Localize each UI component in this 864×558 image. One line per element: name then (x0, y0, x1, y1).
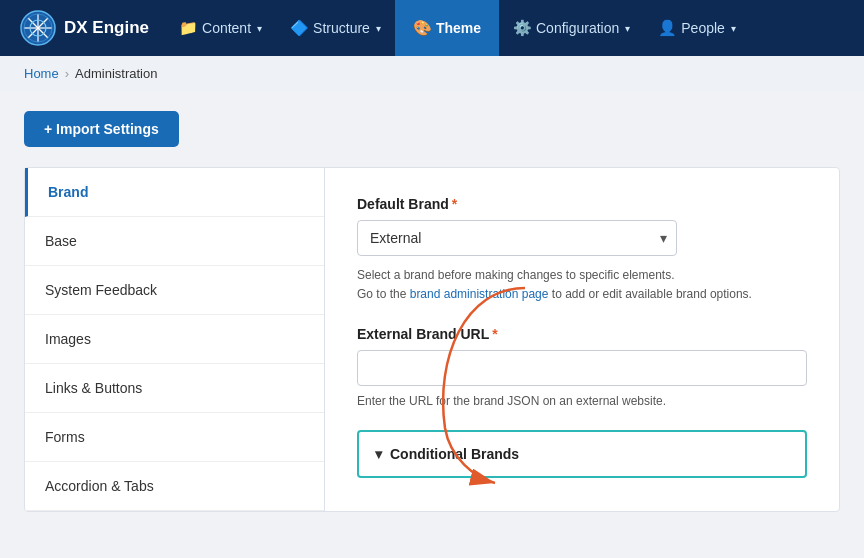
breadcrumb-bar: Home › Administration (0, 56, 864, 91)
brand-admin-link[interactable]: brand administration page (410, 287, 549, 301)
structure-icon: 🔷 (290, 19, 309, 37)
nav-item-theme[interactable]: 🎨 Theme (395, 0, 499, 56)
sidebar-item-forms[interactable]: Forms (25, 413, 324, 462)
logo-text: DX Engine (64, 18, 149, 38)
nav-item-content[interactable]: 📁 Content ▾ (165, 0, 276, 56)
sidebar-item-accordion-tabs[interactable]: Accordion & Tabs (25, 462, 324, 511)
content-icon: 📁 (179, 19, 198, 37)
required-star: * (452, 196, 457, 212)
url-required-star: * (492, 326, 497, 342)
nav-item-people[interactable]: 👤 People ▾ (644, 0, 750, 56)
sidebar-item-brand[interactable]: Brand (25, 168, 324, 217)
main-area: + Import Settings Brand Base System Feed… (0, 91, 864, 551)
theme-icon: 🎨 (413, 19, 432, 37)
sidebar-item-images[interactable]: Images (25, 315, 324, 364)
content-layout: Brand Base System Feedback Images Links … (24, 167, 840, 512)
conditional-brands-header[interactable]: ▾ Conditional Brands (375, 446, 789, 462)
external-brand-url-input[interactable] (357, 350, 807, 386)
conditional-brands-chevron-icon: ▾ (375, 446, 382, 462)
breadcrumb-current: Administration (75, 66, 157, 81)
external-brand-url-section: External Brand URL* Enter the URL for th… (357, 326, 807, 408)
sidebar-item-links-buttons[interactable]: Links & Buttons (25, 364, 324, 413)
default-brand-label: Default Brand* (357, 196, 807, 212)
theme-label: Theme (436, 20, 481, 36)
conditional-brands-section[interactable]: ▾ Conditional Brands (357, 430, 807, 478)
people-label: People (681, 20, 725, 36)
import-settings-button[interactable]: + Import Settings (24, 111, 179, 147)
configuration-chevron: ▾ (625, 23, 630, 34)
people-chevron: ▾ (731, 23, 736, 34)
structure-chevron: ▾ (376, 23, 381, 34)
sidebar: Brand Base System Feedback Images Links … (25, 168, 325, 511)
logo-icon (20, 10, 56, 46)
nav-item-configuration[interactable]: ⚙️ Configuration ▾ (499, 0, 644, 56)
default-brand-select[interactable]: External Default Custom (357, 220, 677, 256)
conditional-brands-label: Conditional Brands (390, 446, 519, 462)
default-brand-section: Default Brand* External Default Custom ▾… (357, 196, 807, 304)
people-icon: 👤 (658, 19, 677, 37)
structure-label: Structure (313, 20, 370, 36)
nav-item-structure[interactable]: 🔷 Structure ▾ (276, 0, 395, 56)
breadcrumb-separator: › (65, 66, 69, 81)
content-chevron: ▾ (257, 23, 262, 34)
sidebar-item-base[interactable]: Base (25, 217, 324, 266)
configuration-label: Configuration (536, 20, 619, 36)
top-nav: DX Engine 📁 Content ▾ 🔷 Structure ▾ 🎨 Th… (0, 0, 864, 56)
sidebar-item-system-feedback[interactable]: System Feedback (25, 266, 324, 315)
logo-area: DX Engine (8, 10, 161, 46)
url-helper-text: Enter the URL for the brand JSON on an e… (357, 394, 807, 408)
select-wrapper: External Default Custom ▾ (357, 220, 677, 256)
content-label: Content (202, 20, 251, 36)
default-brand-helper: Select a brand before making changes to … (357, 266, 807, 304)
breadcrumb-home[interactable]: Home (24, 66, 59, 81)
external-brand-url-label: External Brand URL* (357, 326, 807, 342)
right-panel: Default Brand* External Default Custom ▾… (325, 168, 839, 511)
configuration-icon: ⚙️ (513, 19, 532, 37)
